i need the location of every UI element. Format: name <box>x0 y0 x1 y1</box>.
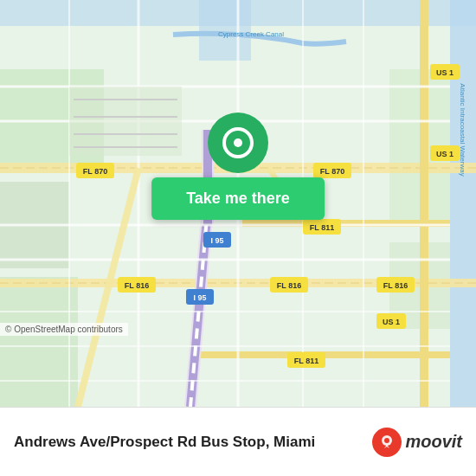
svg-text:US 1: US 1 <box>436 150 453 158</box>
map-attribution: © OpenStreetMap contributors <box>0 323 128 336</box>
moovit-brand-name: moovit <box>405 432 462 452</box>
svg-text:US 1: US 1 <box>436 68 453 77</box>
take-me-there-button[interactable]: Take me there <box>151 177 325 220</box>
moovit-logo[interactable]: moovit <box>372 428 462 457</box>
moovit-icon <box>372 428 402 457</box>
map-container: FL 870 FL 870 FL 811 I 95 I 95 FL 816 FL… <box>0 0 476 407</box>
pin-inner <box>222 127 254 158</box>
map-pin <box>208 113 268 173</box>
svg-text:FL 816: FL 816 <box>277 281 301 290</box>
svg-text:US 1: US 1 <box>383 318 400 326</box>
svg-point-62 <box>384 438 389 443</box>
bottom-bar: Andrews Ave/Prospect Rd Bus Stop, Miami … <box>0 407 476 476</box>
svg-rect-3 <box>450 0 476 407</box>
svg-text:I 95: I 95 <box>210 236 223 245</box>
svg-text:Cypress Creek Canal: Cypress Creek Canal <box>218 30 284 38</box>
svg-text:FL 816: FL 816 <box>125 281 149 290</box>
svg-text:I 95: I 95 <box>193 293 206 302</box>
pin-outer <box>208 113 268 173</box>
svg-text:FL 870: FL 870 <box>83 167 107 176</box>
location-name: Andrews Ave/Prospect Rd Bus Stop, Miami <box>14 434 372 451</box>
svg-text:FL 870: FL 870 <box>320 167 344 176</box>
svg-text:FL 816: FL 816 <box>383 281 408 290</box>
svg-text:Atlantic Intracoastal Waterway: Atlantic Intracoastal Waterway <box>459 83 466 176</box>
location-info: Andrews Ave/Prospect Rd Bus Stop, Miami <box>14 434 372 451</box>
svg-rect-30 <box>69 87 182 156</box>
svg-rect-6 <box>0 277 78 407</box>
svg-text:FL 811: FL 811 <box>294 357 318 365</box>
svg-text:FL 811: FL 811 <box>310 223 334 232</box>
